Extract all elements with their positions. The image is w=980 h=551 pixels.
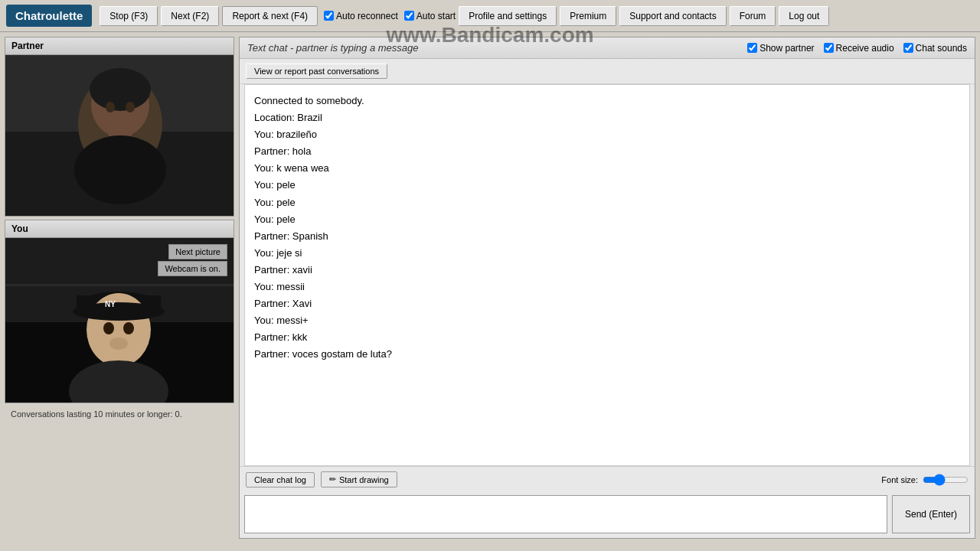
chat-message: You: messi+ — [254, 312, 960, 329]
svg-point-17 — [103, 322, 114, 334]
chat-message: You: k wena wea — [254, 160, 960, 177]
partner-video — [5, 55, 234, 216]
show-partner-checkbox[interactable] — [747, 43, 757, 53]
show-partner-label[interactable]: Show partner — [747, 43, 814, 54]
partner-video-svg — [5, 55, 234, 216]
chat-sounds-label[interactable]: Chat sounds — [903, 43, 967, 54]
svg-point-15 — [73, 302, 165, 321]
webcam-on-badge: Webcam is on. — [158, 261, 227, 276]
chat-title: Text chat - partner is typing a message — [247, 42, 419, 54]
font-size-label: Font size: — [881, 475, 918, 484]
partner-video-feed — [5, 55, 234, 216]
partner-label: Partner — [5, 37, 234, 55]
chat-message: Partner: xavii — [254, 262, 960, 279]
chat-input[interactable] — [244, 495, 887, 533]
chat-log: Connected to somebody.Location: BrazilYo… — [244, 84, 970, 466]
you-section: You — [5, 220, 234, 403]
view-report-button[interactable]: View or report past conversations — [246, 64, 387, 79]
you-label: You — [5, 220, 234, 238]
next-picture-badge[interactable]: Next picture — [168, 244, 227, 259]
chat-message: You: pele — [254, 211, 960, 228]
chat-message: You: messii — [254, 279, 960, 295]
conversations-count: Conversations lasting 10 minutes or long… — [5, 406, 234, 422]
next-button[interactable]: Next (F2) — [161, 6, 219, 26]
chat-message: You: pele — [254, 194, 960, 211]
svg-point-6 — [74, 135, 166, 204]
chat-sounds-checkbox[interactable] — [903, 43, 913, 53]
view-report-bar: View or report past conversations — [240, 59, 975, 84]
chat-options: Show partner Receive audio Chat sounds — [747, 43, 967, 54]
svg-rect-11 — [5, 284, 234, 286]
right-panel: Text chat - partner is typing a message … — [239, 37, 975, 539]
receive-audio-label[interactable]: Receive audio — [824, 43, 894, 54]
start-drawing-button[interactable]: ✏ Start drawing — [321, 471, 397, 487]
svg-point-8 — [126, 102, 135, 112]
premium-button[interactable]: Premium — [560, 6, 616, 26]
partner-section: Partner — [5, 37, 234, 217]
pencil-icon: ✏ — [329, 474, 336, 484]
auto-reconnect-checkbox[interactable] — [324, 11, 334, 21]
send-button[interactable]: Send (Enter) — [892, 495, 970, 533]
chat-bottom-bar: Clear chat log ✏ Start drawing Font size… — [240, 466, 975, 492]
font-size-slider[interactable] — [923, 474, 969, 486]
logo: Chatroulette — [6, 5, 92, 27]
logout-button[interactable]: Log out — [779, 6, 829, 26]
auto-reconnect-label[interactable]: Auto reconnect — [324, 11, 398, 21]
chat-message: Connected to somebody. — [254, 93, 960, 109]
stop-button[interactable]: Stop (F3) — [100, 6, 158, 26]
font-size-area: Font size: — [881, 474, 969, 486]
main-layout: Partner — [0, 32, 980, 543]
svg-point-7 — [106, 102, 115, 112]
report-next-button[interactable]: Report & next (F4) — [222, 6, 318, 26]
chat-header: Text chat - partner is typing a message … — [240, 37, 975, 59]
left-panel: Partner — [5, 37, 234, 539]
chat-message: Partner: Spanish — [254, 228, 960, 245]
chat-message: Partner: voces gostam de luta? — [254, 346, 960, 363]
clear-log-button[interactable]: Clear chat log — [246, 472, 315, 487]
svg-point-18 — [123, 322, 134, 334]
auto-start-label[interactable]: Auto start — [404, 11, 456, 21]
chat-message: Partner: Xavi — [254, 295, 960, 312]
svg-point-19 — [109, 337, 128, 350]
profile-settings-button[interactable]: Profile and settings — [459, 6, 557, 26]
top-checkboxes: Auto reconnect Auto start — [324, 11, 456, 21]
chat-message: Location: Brazil — [254, 109, 960, 126]
chat-message: Partner: hola — [254, 143, 960, 160]
chat-message: You: pele — [254, 177, 960, 194]
chat-message: You: brazileño — [254, 126, 960, 143]
svg-text:NY: NY — [105, 300, 116, 308]
chat-message: You: jeje si — [254, 245, 960, 262]
receive-audio-checkbox[interactable] — [824, 43, 834, 53]
navbar: Chatroulette Stop (F3) Next (F2) Report … — [0, 0, 980, 32]
forum-button[interactable]: Forum — [730, 6, 776, 26]
auto-start-checkbox[interactable] — [404, 11, 414, 21]
chat-message: Partner: kkk — [254, 329, 960, 346]
you-video: NY Next picture Webcam is on. — [5, 238, 234, 403]
support-button[interactable]: Support and contacts — [619, 6, 726, 26]
svg-point-4 — [90, 68, 151, 111]
input-area: Send (Enter) — [240, 492, 975, 538]
